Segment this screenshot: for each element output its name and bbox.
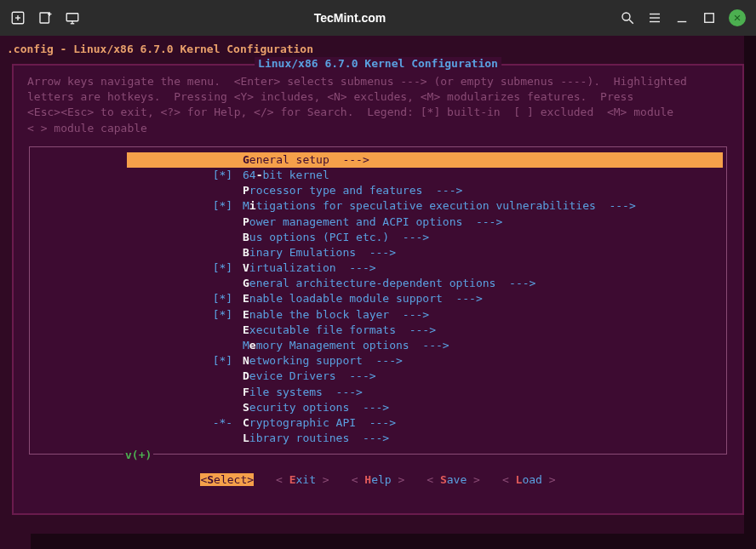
panel-help-text: Arrow keys navigate the menu. <Enter> se… — [14, 66, 742, 140]
new-tab-icon[interactable] — [10, 10, 26, 26]
menu-item[interactable]: Processor type and features ---> — [127, 183, 723, 198]
terminal-area[interactable]: .config - Linux/x86 6.7.0 Kernel Configu… — [0, 36, 756, 549]
menu-item-prefix — [132, 183, 243, 198]
menu-item-prefix — [132, 276, 243, 291]
menu-item-label: Memory Management options ---> — [243, 338, 450, 353]
svg-rect-15 — [705, 14, 714, 23]
menu-item-prefix — [132, 400, 243, 415]
action-select[interactable]: <Select> — [200, 473, 254, 486]
menu-item[interactable]: [*] Mitigations for speculative executio… — [127, 198, 723, 214]
menu-item-label: Cryptographic API ---> — [243, 415, 396, 431]
menu-item-prefix — [132, 369, 243, 384]
action-exit[interactable]: < Exit > — [276, 473, 329, 486]
new-window-icon[interactable] — [37, 10, 53, 26]
menu-item-label: Networking support ---> — [243, 353, 403, 369]
window-shadow-right — [744, 36, 756, 542]
hamburger-menu-icon[interactable] — [647, 10, 662, 26]
search-icon[interactable] — [620, 10, 635, 26]
menu-item-label: Virtualization ---> — [243, 260, 376, 276]
menu-item-prefix: [*] — [132, 168, 243, 183]
menu-item-prefix — [132, 323, 243, 338]
menu-item-label: 64-bit kernel — [243, 168, 329, 183]
scroll-down-indicator: v(+) — [123, 449, 153, 461]
svg-line-10 — [629, 20, 633, 24]
action-help[interactable]: < Help > — [352, 473, 405, 486]
menu-item-label: Executable file formats ---> — [243, 323, 436, 338]
action-bar: <Select>< Exit >< Help >< Save >< Load > — [14, 461, 742, 489]
menu-item[interactable]: Binary Emulations ---> — [127, 245, 723, 260]
menu-item-prefix — [132, 338, 243, 353]
menu-item-prefix — [132, 431, 243, 446]
menu-item[interactable]: Library routines ---> — [127, 431, 723, 446]
maximize-icon[interactable] — [702, 10, 717, 26]
menu-item-label: Library routines ---> — [243, 431, 389, 446]
menu-item[interactable]: [*] Enable loadable module support ---> — [127, 291, 723, 306]
window-title: TecMint.com — [80, 11, 620, 25]
menu-item-prefix: [*] — [132, 198, 243, 214]
action-save[interactable]: < Save > — [427, 473, 480, 486]
menuconfig-panel: Linux/x86 6.7.0 Kernel Configuration Arr… — [12, 64, 744, 515]
menu-item[interactable]: Power management and ACPI options ---> — [127, 214, 723, 230]
menu-item-prefix: [*] — [132, 307, 243, 323]
menu-item-prefix — [132, 152, 243, 168]
menu-item-prefix: [*] — [132, 291, 243, 306]
menu-item[interactable]: Bus options (PCI etc.) ---> — [127, 230, 723, 245]
menu-box: General setup --->[*] 64-bit kernel Proc… — [29, 146, 727, 455]
panel-title: Linux/x86 6.7.0 Kernel Configuration — [255, 57, 501, 70]
window-shadow-bottom — [31, 534, 756, 549]
menu-item[interactable]: [*] 64-bit kernel — [127, 168, 723, 183]
minimize-icon[interactable] — [674, 10, 690, 26]
menu-item[interactable]: File systems ---> — [127, 385, 723, 400]
menu-item-label: General setup ---> — [243, 152, 369, 168]
menu-item-prefix — [132, 385, 243, 400]
menu-item[interactable]: Memory Management options ---> — [127, 338, 723, 353]
menu-item-label: General architecture-dependent options -… — [243, 276, 536, 291]
menu-item-label: File systems ---> — [243, 385, 363, 400]
menu-item-prefix: -*- — [132, 415, 243, 431]
menu-item-label: Bus options (PCI etc.) ---> — [243, 230, 429, 245]
menu-item-prefix — [132, 214, 243, 230]
menu-item-label: Enable the block layer ---> — [243, 307, 429, 323]
menu-item-label: Processor type and features ---> — [243, 183, 462, 198]
svg-point-9 — [622, 13, 630, 20]
menu-item-label: Mitigations for speculative execution vu… — [243, 198, 636, 214]
menu-item-prefix — [132, 245, 243, 260]
menu-item[interactable]: [*] Virtualization ---> — [127, 260, 723, 276]
menu-item[interactable]: -*- Cryptographic API ---> — [127, 415, 723, 431]
svg-rect-6 — [66, 14, 78, 21]
menu-item-prefix: [*] — [132, 260, 243, 276]
action-load[interactable]: < Load > — [502, 473, 556, 486]
menu-item-label: Power management and ACPI options ---> — [243, 214, 502, 230]
menu-item[interactable]: [*] Enable the block layer ---> — [127, 307, 723, 323]
config-header-line: .config - Linux/x86 6.7.0 Kernel Configu… — [7, 41, 749, 59]
menu-item-label: Security options ---> — [243, 400, 389, 415]
menu-item-prefix — [132, 230, 243, 245]
window-titlebar: TecMint.com — [0, 0, 756, 36]
menu-item-label: Enable loadable module support ---> — [243, 291, 483, 306]
menu-item[interactable]: Device Drivers ---> — [127, 369, 723, 384]
menu-item-label: Binary Emulations ---> — [243, 245, 396, 260]
menu-item[interactable]: Executable file formats ---> — [127, 323, 723, 338]
menu-item-label: Device Drivers ---> — [243, 369, 376, 384]
menu-item[interactable]: General architecture-dependent options -… — [127, 276, 723, 291]
menu-item[interactable]: [*] Networking support ---> — [127, 353, 723, 369]
menu-item-prefix: [*] — [132, 353, 243, 369]
menu-item[interactable]: Security options ---> — [127, 400, 723, 415]
screen-icon[interactable] — [65, 10, 80, 26]
svg-rect-3 — [40, 13, 49, 23]
menu-item[interactable]: General setup ---> — [127, 152, 723, 168]
close-icon[interactable] — [729, 9, 746, 26]
